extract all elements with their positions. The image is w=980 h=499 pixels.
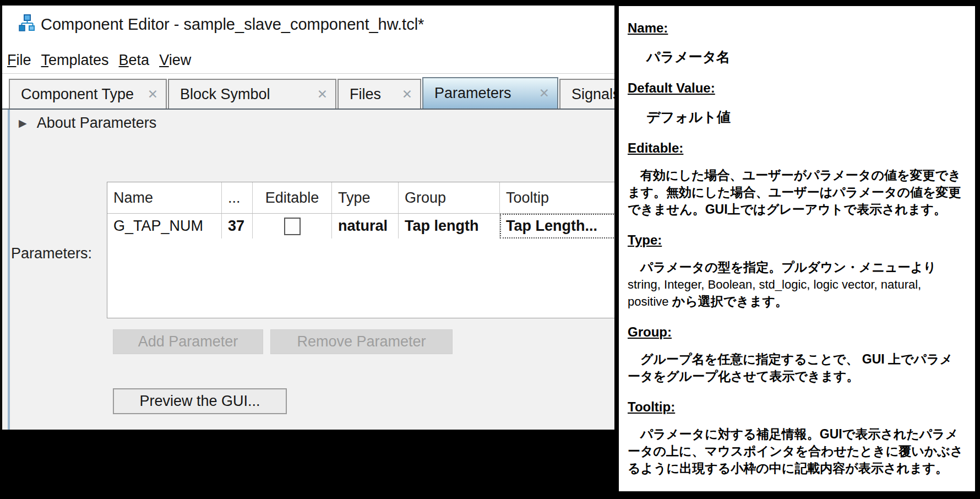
content-accent-strip [8, 110, 10, 430]
about-parameters-label: About Parameters [37, 115, 157, 132]
component-editor-icon [19, 14, 35, 32]
tab-label: Signals [571, 86, 614, 103]
annotation-group-heading: Group: [628, 324, 964, 340]
annotation-tooltip-heading: Tooltip: [628, 399, 964, 415]
annotation-type-desc: パラメータの型を指定。プルダウン・メニューより string, Integer,… [628, 259, 964, 310]
header-editable: Editable [253, 182, 332, 213]
tab-label: Component Type [21, 86, 134, 103]
parameters-field-label: Parameters: [11, 245, 92, 262]
preview-gui-button[interactable]: Preview the GUI... [113, 388, 287, 414]
tab-block-symbol[interactable]: Block Symbol ✕ [168, 79, 336, 109]
header-tooltip: Tooltip [500, 182, 614, 213]
tab-close-icon[interactable]: ✕ [148, 88, 158, 101]
table-row: G_TAP_NUM 37 natural Tap length Tap Leng… [107, 214, 614, 238]
tab-close-icon[interactable]: ✕ [402, 88, 412, 101]
tab-parameters[interactable]: Parameters ✕ [422, 77, 558, 109]
cell-group[interactable]: Tap length [399, 214, 500, 238]
annotation-name-heading: Name: [628, 20, 964, 36]
window-title: Component Editor - sample_slave_componen… [41, 15, 424, 34]
add-parameter-button[interactable]: Add Parameter [113, 329, 263, 354]
title-bar: Component Editor - sample_slave_componen… [2, 6, 614, 47]
annotation-panel: Name: パラメータ名 Default Value: デフォルト値 Edita… [614, 2, 979, 496]
header-type: Type [332, 182, 399, 213]
tab-label: Block Symbol [180, 86, 270, 103]
table-header-row: Name ... Editable Type Group Tooltip [107, 182, 614, 214]
annotation-tooltip-desc: パラメータに対する補足情報。GUIで表示されたパラメータの上に、マウスポインタを… [628, 426, 964, 477]
parameters-table: Name ... Editable Type Group Tooltip G_T… [107, 182, 614, 318]
menu-templates[interactable]: Templates [36, 52, 114, 69]
annotation-name-value: パラメータ名 [628, 48, 964, 66]
cell-editable [253, 214, 332, 238]
tab-signals[interactable]: Signals [559, 79, 614, 109]
tab-close-icon[interactable]: ✕ [539, 87, 549, 100]
header-group: Group [399, 182, 500, 213]
header-name: Name [107, 182, 222, 213]
tab-label: Parameters [434, 85, 511, 102]
menu-beta[interactable]: Beta [114, 52, 155, 69]
annotation-type-heading: Type: [628, 232, 964, 248]
screenshot-canvas: Component Editor - sample_slave_componen… [0, 0, 980, 499]
header-default-value: ... [222, 182, 253, 213]
component-editor-window: Component Editor - sample_slave_componen… [0, 6, 614, 430]
cell-name[interactable]: G_TAP_NUM [107, 214, 222, 238]
annotation-editable-heading: Editable: [628, 140, 964, 156]
editable-checkbox[interactable] [284, 218, 301, 235]
annotation-default-value: デフォルト値 [628, 108, 964, 126]
menu-separator [2, 73, 614, 74]
tab-label: Files [350, 86, 381, 103]
menu-view[interactable]: View [154, 52, 196, 69]
cell-default-value[interactable]: 37 [222, 214, 253, 238]
menu-file[interactable]: File [2, 52, 36, 69]
cell-type[interactable]: natural [332, 214, 399, 238]
cell-tooltip[interactable]: Tap Length... [500, 214, 614, 238]
tab-files[interactable]: Files ✕ [337, 79, 421, 109]
remove-parameter-button[interactable]: Remove Parameter [270, 329, 453, 354]
annotation-default-heading: Default Value: [628, 80, 964, 96]
annotation-editable-desc: 有効にした場合、ユーザーがパラメータの値を変更できます。無効にした場合、ユーザー… [628, 167, 964, 218]
annotation-group-desc: グループ名を任意に指定することで、 GUI 上でパラメータをグループ化させて表示… [628, 351, 964, 385]
tab-close-icon[interactable]: ✕ [317, 88, 328, 101]
tab-component-type[interactable]: Component Type ✕ [9, 79, 167, 109]
expander-icon: ▶ [19, 117, 27, 129]
about-parameters-expander[interactable]: ▶ About Parameters [19, 115, 156, 132]
menu-bar: File Templates Beta View [2, 52, 196, 69]
